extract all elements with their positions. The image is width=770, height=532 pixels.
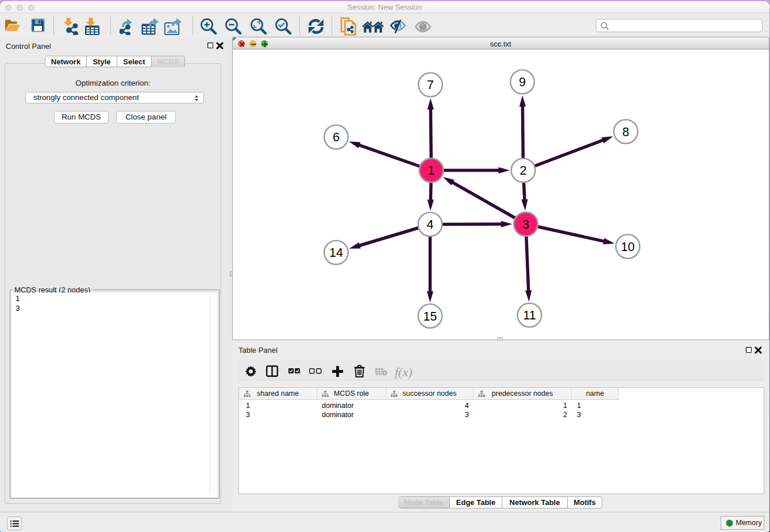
svg-text:11: 11 [523, 309, 536, 322]
svg-text:2: 2 [520, 164, 527, 178]
svg-text:10: 10 [621, 240, 635, 254]
svg-text:8: 8 [622, 125, 629, 139]
svg-text:9: 9 [519, 75, 526, 89]
svg-text:15: 15 [424, 310, 437, 323]
svg-text:4: 4 [427, 218, 434, 232]
svg-text:6: 6 [333, 130, 340, 144]
svg-text:7: 7 [427, 78, 434, 92]
svg-text:14: 14 [329, 246, 343, 260]
svg-text:3: 3 [522, 218, 529, 232]
svg-text:1: 1 [428, 164, 435, 178]
